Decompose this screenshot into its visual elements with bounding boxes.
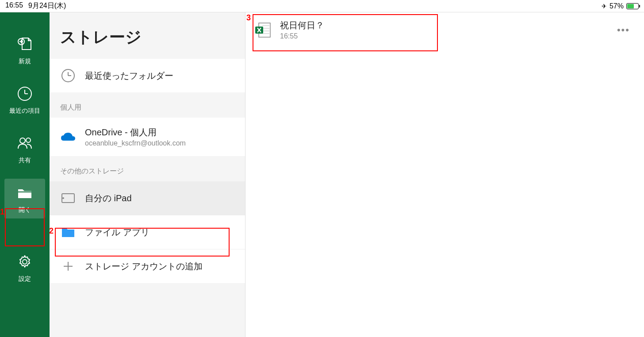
storage-row-add-account[interactable]: ストレージ アカウントの追加 xyxy=(50,249,245,283)
file-time: 16:55 xyxy=(280,32,606,40)
battery-percent: 57% xyxy=(610,2,624,10)
row-title: OneDrive - 個人用 xyxy=(85,126,186,138)
file-list-panel: 祝日何日？ 16:55 ••• xyxy=(245,12,644,337)
storage-panel: ストレージ 最近使ったフォルダー 個人用 OneDrive - 個 xyxy=(50,12,245,337)
sidebar-item-label: 共有 xyxy=(19,157,31,165)
storage-title: ストレージ xyxy=(50,12,245,59)
svg-point-7 xyxy=(26,138,31,142)
sidebar-item-label: 開く xyxy=(19,206,31,214)
gear-icon xyxy=(15,252,34,272)
sidebar-item-share[interactable]: 共有 xyxy=(4,129,45,169)
row-title: 自分の iPad xyxy=(85,192,132,204)
row-title: ファイル アプリ xyxy=(85,226,150,238)
svg-point-8 xyxy=(23,260,27,264)
folder-blue-icon xyxy=(60,224,76,240)
battery-icon xyxy=(626,3,639,9)
file-row[interactable]: 祝日何日？ 16:55 ••• xyxy=(245,12,644,47)
sidebar-item-label: 最近の項目 xyxy=(9,107,40,115)
onedrive-icon xyxy=(60,129,76,145)
section-label-personal: 個人用 xyxy=(50,92,245,118)
svg-point-6 xyxy=(20,138,25,143)
clock-icon xyxy=(60,68,76,84)
sidebar-item-recent[interactable]: 最近の項目 xyxy=(4,80,45,119)
app-sidebar: 新規 最近の項目 共有 xyxy=(0,12,50,337)
airplane-mode-icon: ✈ xyxy=(602,3,607,10)
tablet-icon xyxy=(60,190,76,206)
file-name: 祝日何日？ xyxy=(280,19,606,31)
new-doc-icon xyxy=(15,34,34,54)
folder-icon xyxy=(15,183,34,203)
row-title: 最近使ったフォルダー xyxy=(85,70,173,82)
plus-icon xyxy=(60,258,76,274)
row-title: ストレージ アカウントの追加 xyxy=(85,260,203,272)
sidebar-item-open[interactable]: 開く xyxy=(4,179,45,218)
storage-row-my-ipad[interactable]: 自分の iPad xyxy=(50,181,245,215)
sidebar-item-settings[interactable]: 設定 xyxy=(4,248,45,287)
sidebar-item-label: 設定 xyxy=(19,275,31,283)
storage-row-onedrive[interactable]: OneDrive - 個人用 oceanblue_kscfrn@outlook.… xyxy=(50,118,245,156)
file-more-button[interactable]: ••• xyxy=(613,23,633,38)
storage-row-files-app[interactable]: ファイル アプリ xyxy=(50,215,245,249)
section-label-other: その他のストレージ xyxy=(50,156,245,181)
excel-file-icon xyxy=(254,21,272,39)
status-bar: 16:55 9月24日(木) ✈ 57% xyxy=(0,0,644,12)
sidebar-item-label: 新規 xyxy=(19,57,31,65)
sidebar-item-new[interactable]: 新規 xyxy=(4,30,45,70)
status-time: 16:55 xyxy=(5,1,23,11)
svg-point-13 xyxy=(63,198,64,199)
people-icon xyxy=(15,134,34,153)
clock-icon xyxy=(15,84,34,103)
status-date: 9月24日(木) xyxy=(28,1,66,11)
row-subtitle: oceanblue_kscfrn@outlook.com xyxy=(85,139,186,147)
storage-row-recent-folders[interactable]: 最近使ったフォルダー xyxy=(50,59,245,92)
